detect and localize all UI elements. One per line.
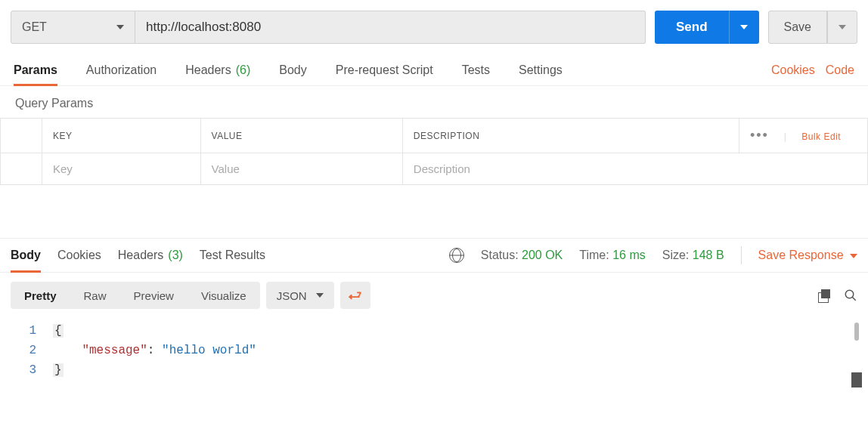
tab-body[interactable]: Body (279, 54, 306, 85)
col-description: DESCRIPTION (402, 119, 739, 153)
send-button[interactable]: Send (655, 11, 729, 44)
more-options-icon[interactable]: ••• (750, 128, 769, 143)
tab-tests[interactable]: Tests (462, 54, 490, 85)
code-link[interactable]: Code (826, 63, 854, 77)
url-input[interactable] (135, 11, 646, 44)
bulk-edit-link[interactable]: Bulk Edit (801, 131, 841, 142)
caret-down-icon (740, 25, 748, 29)
tab-authorization[interactable]: Authorization (86, 54, 157, 85)
view-pretty[interactable]: Pretty (11, 282, 70, 309)
http-method-select[interactable]: GET (11, 11, 135, 44)
tab-prerequest[interactable]: Pre-request Script (336, 54, 433, 85)
save-dropdown-button[interactable] (827, 11, 857, 44)
tab-params[interactable]: Params (14, 54, 57, 85)
key-input[interactable]: Key (42, 153, 201, 185)
view-raw[interactable]: Raw (70, 282, 120, 309)
line-number: 3 (0, 360, 53, 380)
line-number: 1 (0, 321, 53, 341)
svg-line-1 (852, 297, 856, 301)
query-params-title: Query Params (0, 86, 868, 118)
size-label: Size: 148 B (662, 249, 724, 262)
globe-icon[interactable] (449, 248, 464, 263)
caret-down-icon (116, 25, 124, 29)
format-select[interactable]: JSON (266, 282, 334, 309)
response-tab-cookies[interactable]: Cookies (57, 239, 101, 272)
col-value: VALUE (200, 119, 402, 153)
status-label: Status: 200 OK (481, 249, 563, 262)
caret-down-icon (316, 293, 324, 298)
copy-icon[interactable] (818, 289, 830, 301)
caret-down-icon (839, 25, 846, 29)
scrollbar[interactable] (854, 323, 859, 341)
response-tab-body[interactable]: Body (11, 239, 41, 272)
col-key: KEY (42, 119, 201, 153)
response-tab-test-results[interactable]: Test Results (200, 239, 265, 272)
response-body-editor[interactable]: 1 { 2 "message": "hello world" 3 } (0, 318, 868, 387)
response-tab-headers[interactable]: Headers(3) (118, 239, 183, 272)
search-icon[interactable] (844, 289, 857, 302)
view-visualize[interactable]: Visualize (188, 282, 260, 309)
caret-down-icon (850, 254, 857, 258)
query-params-table: KEY VALUE DESCRIPTION ••• | Bulk Edit Ke… (0, 118, 868, 185)
description-input[interactable]: Description (402, 153, 867, 185)
headers-count-badge: (6) (236, 63, 251, 77)
cookies-link[interactable]: Cookies (771, 63, 815, 77)
http-method-label: GET (22, 20, 47, 34)
view-mode-segment: Pretty Raw Preview Visualize (11, 282, 260, 309)
line-number: 2 (0, 341, 53, 360)
response-headers-count-badge: (3) (168, 249, 183, 262)
send-dropdown-button[interactable] (729, 11, 759, 44)
save-button[interactable]: Save (768, 11, 827, 44)
tab-settings[interactable]: Settings (519, 54, 563, 85)
tab-headers[interactable]: Headers(6) (185, 54, 250, 85)
save-response-button[interactable]: Save Response (758, 249, 857, 262)
view-preview[interactable]: Preview (120, 282, 188, 309)
time-label: Time: 16 ms (579, 249, 645, 262)
divider (741, 246, 742, 264)
wrap-icon: ⮐ (349, 288, 362, 304)
value-input[interactable]: Value (200, 153, 402, 185)
scrollbar[interactable] (851, 372, 862, 387)
svg-point-0 (845, 290, 854, 298)
table-row: Key Value Description (1, 153, 868, 185)
wrap-lines-button[interactable]: ⮐ (340, 282, 370, 309)
